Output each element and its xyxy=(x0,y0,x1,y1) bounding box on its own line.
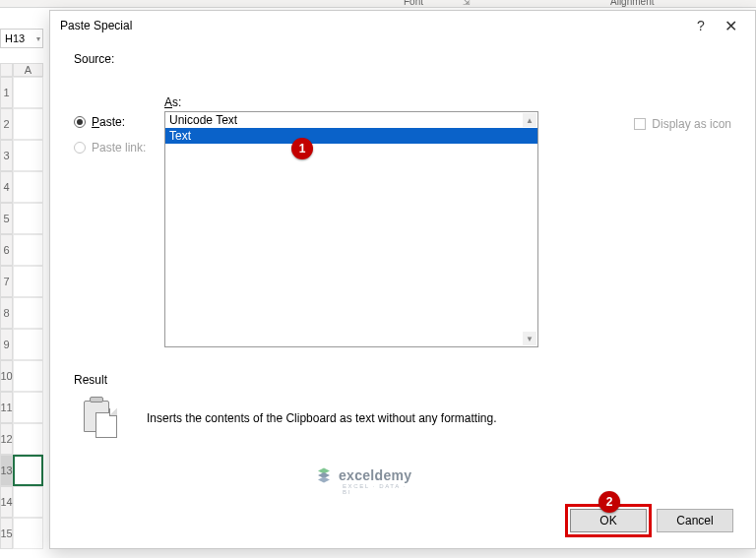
watermark-logo-icon xyxy=(315,466,333,484)
ribbon-group-font: Font xyxy=(404,0,423,7)
column-header[interactable]: A xyxy=(13,63,43,77)
watermark-sub: EXCEL · DATA · BI xyxy=(343,483,411,495)
annotation-callout-1: 1 xyxy=(291,138,313,159)
cell[interactable] xyxy=(13,360,43,392)
cell[interactable] xyxy=(13,518,43,549)
list-item-label: Text xyxy=(169,129,191,143)
row-header[interactable]: 14 xyxy=(0,486,13,518)
cancel-button[interactable]: Cancel xyxy=(657,509,733,532)
watermark: exceldemy EXCEL · DATA · BI xyxy=(315,466,411,484)
ribbon-fragment: Font ⇲ Alignment xyxy=(0,0,756,8)
row-header[interactable]: 11 xyxy=(0,392,13,423)
list-item[interactable]: Unicode Text xyxy=(165,112,537,128)
help-icon[interactable]: ? xyxy=(686,18,716,33)
row-header[interactable]: 4 xyxy=(0,171,13,203)
paste-link-radio: Paste link: xyxy=(74,141,164,155)
row-header[interactable]: 12 xyxy=(0,423,13,455)
name-box-value: H13 xyxy=(5,32,25,44)
annotation-callout-2: 2 xyxy=(598,491,620,513)
clipboard-icon xyxy=(82,399,121,438)
cell[interactable] xyxy=(13,455,43,486)
scroll-down-icon[interactable]: ▼ xyxy=(523,332,536,345)
cell[interactable] xyxy=(13,297,43,329)
select-all-corner[interactable] xyxy=(0,63,13,77)
result-description: Inserts the contents of the Clipboard as… xyxy=(147,411,497,425)
close-icon[interactable]: ✕ xyxy=(716,17,745,35)
paste-link-radio-label: Paste link: xyxy=(92,141,146,155)
row-header[interactable]: 2 xyxy=(0,108,13,140)
paste-mode-radios: Paste: Paste link: xyxy=(74,95,164,166)
format-listbox[interactable]: Unicode Text Text ▲ ▼ xyxy=(164,111,538,347)
source-label: Source: xyxy=(74,52,731,66)
radio-icon xyxy=(74,116,86,128)
dialog-titlebar[interactable]: Paste Special ? ✕ xyxy=(50,11,755,40)
checkbox-icon xyxy=(634,118,646,130)
chevron-down-icon[interactable]: ▾ xyxy=(36,34,40,43)
row-header[interactable]: 7 xyxy=(0,266,13,297)
cell[interactable] xyxy=(13,266,43,297)
row-header[interactable]: 15 xyxy=(0,518,13,549)
paste-radio[interactable]: Paste: xyxy=(74,115,164,129)
radio-icon xyxy=(74,142,86,154)
row-header[interactable]: 13 xyxy=(0,455,13,486)
dialog-title: Paste Special xyxy=(60,19,686,32)
cell[interactable] xyxy=(13,486,43,518)
as-label: As: xyxy=(164,95,610,109)
row-header[interactable]: 5 xyxy=(0,203,13,234)
cell[interactable] xyxy=(13,108,43,140)
display-as-icon-checkbox: Display as icon xyxy=(634,117,731,131)
ribbon-group-alignment: Alignment xyxy=(610,0,654,7)
paste-radio-label: Paste: xyxy=(92,115,125,129)
cell[interactable] xyxy=(13,203,43,234)
row-header[interactable]: 6 xyxy=(0,234,13,266)
cell[interactable] xyxy=(13,234,43,266)
name-box[interactable]: H13 ▾ xyxy=(0,29,43,48)
cell[interactable] xyxy=(13,171,43,203)
cell[interactable] xyxy=(13,423,43,455)
row-header[interactable]: 10 xyxy=(0,360,13,392)
row-header[interactable]: 9 xyxy=(0,329,13,360)
cell[interactable] xyxy=(13,77,43,108)
display-as-icon-label: Display as icon xyxy=(652,117,731,131)
dialog-buttons: OK Cancel xyxy=(570,509,733,532)
watermark-brand: exceldemy xyxy=(339,467,411,483)
cell[interactable] xyxy=(13,392,43,423)
result-label: Result xyxy=(74,373,731,387)
row-header[interactable]: 8 xyxy=(0,297,13,329)
cell[interactable] xyxy=(13,329,43,360)
list-item[interactable]: Text xyxy=(165,128,537,144)
dialog-launcher-icon[interactable]: ⇲ xyxy=(463,0,471,5)
scroll-up-icon[interactable]: ▲ xyxy=(523,113,536,127)
row-header[interactable]: 3 xyxy=(0,140,13,171)
cell[interactable] xyxy=(13,140,43,171)
row-header[interactable]: 1 xyxy=(0,77,13,108)
